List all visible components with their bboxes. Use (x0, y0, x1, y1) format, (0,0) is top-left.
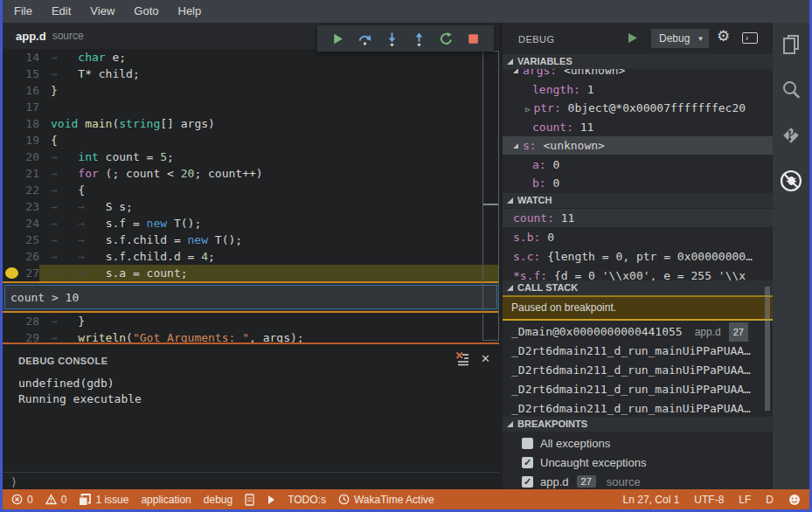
start-debug-icon[interactable] (628, 31, 638, 47)
section-variables[interactable]: VARIABLES (503, 54, 773, 69)
debug-panel-header: DEBUG Debug ▼ ⚙ › (503, 23, 773, 54)
twistie-closed-icon: ▷ (525, 100, 530, 117)
call-stack-frame[interactable]: _D2rt6dmain211_d_run_mainUiPPaPUAA… (503, 399, 773, 419)
clock-icon (338, 494, 350, 505)
clear-console-icon[interactable] (455, 351, 470, 366)
code-editor: 14→ char e;15→ T* child;16}1718void main… (3, 49, 499, 346)
section-call-stack[interactable]: CALL STACK (503, 280, 773, 295)
frame-file: app.d (695, 322, 721, 342)
watch-row-sc[interactable]: s.c: {length = 0, ptr = 0x00000000… (503, 247, 773, 266)
status-item-d[interactable]: D (766, 494, 774, 506)
checkbox-unchecked[interactable] (522, 438, 533, 449)
debug-repl-icon[interactable]: › (742, 32, 758, 44)
restart-icon[interactable] (439, 31, 454, 46)
step-into-icon[interactable] (385, 31, 399, 46)
status-item-play[interactable] (267, 495, 275, 505)
breakpoint-label: All exceptions (540, 437, 610, 450)
status-item-ln-27-col-1[interactable]: Ln 27, Col 1 (623, 494, 680, 506)
source-control-icon[interactable] (779, 123, 803, 148)
status-item-error[interactable]: 0 (11, 494, 33, 506)
menu-item-edit[interactable]: Edit (42, 0, 80, 23)
status-item-application[interactable]: application (141, 494, 191, 506)
code-line-25[interactable]: 25→ → s.f.child = new T(); (3, 232, 499, 248)
code-line-17[interactable]: 17 (3, 99, 499, 115)
status-item-smiley[interactable] (788, 494, 801, 506)
status-item-file[interactable] (245, 494, 254, 506)
code-line-19[interactable]: 19{ (3, 132, 499, 149)
twistie-open-icon (513, 143, 518, 149)
code-line-20[interactable]: 20→ int count = 5; (3, 149, 499, 165)
breakpoint-row-app-d[interactable]: ✓app.d27source (503, 472, 773, 489)
tab-file-name: app.d (16, 30, 46, 43)
status-item-lf[interactable]: LF (739, 494, 751, 506)
code-line-23[interactable]: 23→ → S s; (3, 198, 499, 215)
checkbox-checked[interactable]: ✓ (522, 457, 533, 468)
status-item-utf-8[interactable]: UTF-8 (694, 494, 724, 506)
section-variables-title: VARIABLES (517, 56, 573, 66)
code-line-15[interactable]: 15→ T* child; (3, 66, 499, 82)
variable-row-a[interactable]: a: 0 (503, 156, 773, 174)
code-line-27[interactable]: 27→ → s.a = count; (3, 265, 499, 281)
stop-icon[interactable] (466, 31, 481, 46)
call-stack-frame[interactable]: _D2rt6dmain211_d_run_mainUiPPaPUAA… (503, 342, 773, 361)
close-icon[interactable]: ✕ (481, 352, 490, 365)
frame-line-badge: 27 (729, 322, 748, 342)
checkbox-checked[interactable]: ✓ (522, 476, 533, 488)
code-line-21[interactable]: 21→ for (; count < 20; count++) (3, 165, 499, 182)
code-line-16[interactable]: 16} (3, 82, 499, 99)
code-line-22[interactable]: 22→ { (3, 182, 499, 198)
code-line-28[interactable]: 28→ } (3, 313, 499, 329)
breakpoint-row-all-exceptions[interactable]: All exceptions (503, 433, 773, 453)
section-watch[interactable]: WATCH (503, 193, 773, 208)
breakpoint-icon[interactable] (5, 267, 18, 279)
breakpoint-condition-input[interactable]: count > 10 (4, 285, 497, 309)
line-number: 22 (3, 182, 39, 198)
continue-icon[interactable] (330, 31, 345, 46)
editor-scrollbar[interactable] (482, 51, 499, 341)
variable-row-length[interactable]: length: 1 (503, 80, 773, 99)
variable-row-count[interactable]: count: 11 (503, 118, 773, 136)
variable-row-s[interactable]: s: <unknown> (503, 136, 773, 155)
watch-row-sb[interactable]: s.b: 0 (503, 228, 773, 246)
menu-item-goto[interactable]: Goto (124, 0, 168, 23)
search-icon[interactable] (779, 78, 803, 102)
menu-item-file[interactable]: File (4, 0, 42, 23)
variable-row-ptr[interactable]: ▷ptr: 0bject@*0x00007fffffffec20 (503, 99, 773, 117)
section-breakpoints[interactable]: BREAKPOINTS (503, 417, 773, 432)
tab-app-d[interactable]: app.d source (3, 23, 97, 49)
line-number: 18 (3, 115, 39, 132)
line-number: 26 (3, 248, 39, 265)
line-number: 27 (3, 265, 39, 281)
debug-config-dropdown[interactable]: Debug ▼ (651, 29, 709, 48)
breakpoint-condition-widget: count > 10 (3, 281, 499, 313)
step-out-icon[interactable] (412, 31, 427, 46)
menu-item-view[interactable]: View (80, 0, 124, 23)
step-over-icon[interactable] (357, 31, 372, 46)
status-item-todo-s[interactable]: TODO:s (288, 494, 326, 506)
status-item-warning[interactable]: 0 (45, 494, 67, 506)
debug-sidebar: DEBUG Debug ▼ ⚙ › VARIABLES args: <unkno… (503, 23, 773, 489)
console-prompt[interactable]: ⟩ (10, 475, 17, 488)
code-line-18[interactable]: 18void main(string[] args) (3, 115, 499, 132)
call-stack-frame[interactable]: _Dmain@0x0000000000441055app.d27 (503, 322, 773, 342)
debug-icon[interactable] (779, 169, 803, 193)
tab-file-hint: source (52, 30, 84, 42)
line-number: 25 (3, 232, 39, 248)
variable-row-b[interactable]: b: 0 (503, 174, 773, 192)
status-item-clock[interactable]: WakaTime Active (338, 494, 434, 506)
gear-icon[interactable]: ⚙ (717, 27, 730, 45)
call-stack-frame[interactable]: _D2rt6dmain211_d_run_mainUiPPaPUAA… (503, 361, 773, 380)
status-item-debug[interactable]: debug (204, 494, 232, 506)
line-number: 20 (3, 149, 39, 165)
explorer-icon[interactable] (779, 32, 803, 57)
call-stack-frame[interactable]: _D2rt6dmain211_d_run_mainUiPPaPUAA… (503, 380, 773, 399)
breakpoint-row-uncaught-exceptions[interactable]: ✓Uncaught exceptions (503, 453, 773, 472)
status-item-issues[interactable]: 1 issue (79, 494, 128, 506)
menu-item-help[interactable]: Help (169, 0, 212, 23)
code-line-26[interactable]: 26→ → s.f.child.d = 4; (3, 248, 499, 265)
twistie-open-icon (507, 197, 513, 204)
sidebar-scrollbar[interactable] (765, 287, 770, 411)
watch-row-count[interactable]: count: 11 (503, 209, 773, 227)
smiley-icon (788, 494, 801, 506)
code-line-24[interactable]: 24→ → s.f = new T(); (3, 215, 499, 232)
